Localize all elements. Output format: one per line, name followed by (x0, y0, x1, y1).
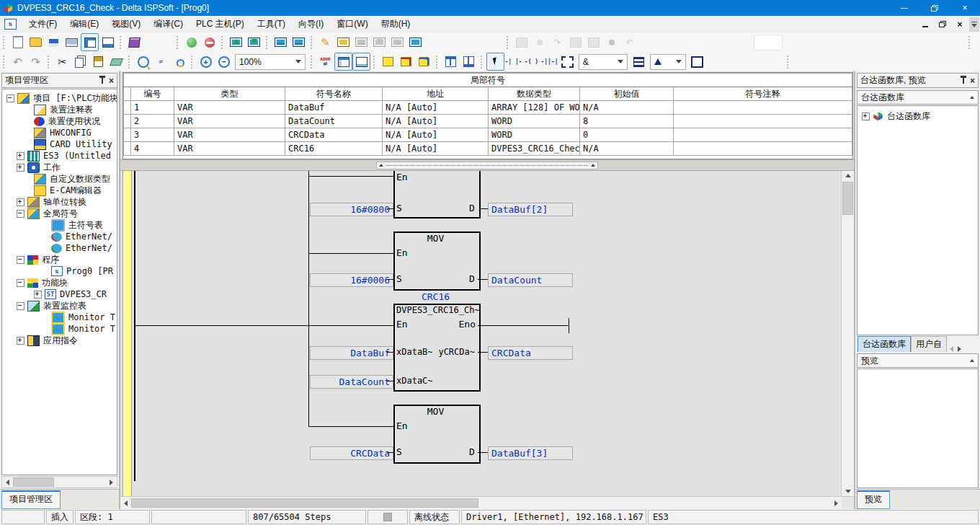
save-button[interactable] (45, 33, 63, 51)
find-button[interactable] (134, 53, 152, 71)
tree-item-hwconfig[interactable]: HWCONFIG (2, 127, 117, 138)
zoom-level-combo[interactable]: 100% (235, 54, 306, 70)
open-file-button[interactable] (27, 33, 45, 51)
tab-scroll-left-icon[interactable] (950, 346, 953, 352)
toolbar-overflow-button[interactable] (969, 17, 979, 32)
upload-button[interactable] (227, 33, 245, 51)
toolbar-grip[interactable] (266, 36, 269, 49)
online-monitor-button[interactable] (272, 33, 290, 51)
menu-window[interactable]: 窗口(W) (330, 16, 374, 32)
scroll-right-arrow[interactable] (831, 498, 842, 508)
insert-network-above-button[interactable] (442, 53, 460, 71)
deactivate-network-button[interactable] (415, 53, 433, 71)
toolbar-grip[interactable] (481, 56, 484, 69)
tree-item-programs[interactable]: 程序 (2, 254, 117, 265)
menu-wizard[interactable]: 向导(I) (292, 16, 330, 32)
device-monitor-button[interactable] (290, 33, 308, 51)
disabled-download-button[interactable] (370, 33, 388, 51)
tree-item-delta-library[interactable]: 台达函数库 (858, 110, 978, 122)
print-button[interactable] (63, 33, 81, 51)
tree-item-ethernet-1[interactable]: EtherNet/ (2, 231, 117, 242)
zoom-in-button[interactable]: + (197, 53, 215, 71)
pc-link-button[interactable] (406, 33, 424, 51)
tree-item-device-usage[interactable]: 装置使用状况 (2, 115, 117, 127)
toolbar-grip[interactable] (3, 56, 6, 69)
tree-item-api[interactable]: 应用指令 (2, 335, 117, 346)
scroll-right-arrow[interactable] (106, 477, 117, 487)
step-out-button[interactable] (584, 33, 602, 51)
menu-view[interactable]: 视图(V) (105, 16, 147, 32)
up-connect-combo[interactable] (650, 54, 686, 70)
replace-button[interactable]: ⇄ (152, 53, 170, 71)
toolbar-grip[interactable] (507, 36, 509, 49)
activate-network-button[interactable] (397, 53, 415, 71)
operand-output[interactable]: DataCount (488, 273, 573, 287)
goto-button[interactable] (170, 53, 188, 71)
tree-item-global-symbols[interactable]: 全局符号 (2, 208, 117, 219)
window-close-button[interactable]: × (950, 0, 980, 16)
edit-button[interactable]: ✎ (316, 33, 334, 51)
toolbar-grip[interactable] (177, 36, 179, 49)
tree-item-main-symbol-table[interactable]: 主符号表 (2, 219, 117, 231)
project-window-toggle[interactable] (81, 33, 99, 51)
tab-user-defined[interactable]: 用户自 (911, 336, 947, 352)
toolbar-grip[interactable] (373, 56, 376, 69)
scroll-up-arrow[interactable] (842, 171, 853, 180)
table-editor-splitter[interactable] (120, 159, 854, 171)
tree-item-ethernet-2[interactable]: EtherNet/ (2, 242, 117, 254)
step-over-button[interactable]: ↷ (548, 33, 566, 51)
scroll-left-arrow[interactable] (120, 498, 131, 508)
menu-compile[interactable]: 编译(C) (147, 16, 190, 32)
tree-item-card-utility[interactable]: CARD Utility (2, 138, 117, 150)
toolbar-grip[interactable] (128, 56, 131, 69)
operand-input[interactable]: CRCData (310, 446, 393, 460)
zoom-out-button[interactable]: − (215, 53, 233, 71)
project-tree-hscrollbar[interactable] (1, 476, 117, 488)
breakpoint-button[interactable] (602, 33, 620, 51)
library-section-bar[interactable]: 台达函数库 (857, 90, 979, 105)
insert-network-below-button[interactable] (460, 53, 478, 71)
tab-scroll-right-icon[interactable] (958, 346, 961, 352)
menu-help[interactable]: 帮助(H) (375, 16, 417, 32)
tree-item-dvpes3-fb[interactable]: STDVPES3_CR (2, 288, 117, 300)
mdi-minimize-button[interactable] (917, 18, 934, 31)
operand-output[interactable]: DataBuf[2] (488, 203, 573, 216)
toolbar-grip[interactable] (48, 56, 50, 69)
select-tool-button[interactable] (486, 53, 504, 71)
toolbar-grip[interactable] (311, 56, 313, 69)
toolbar-grip[interactable] (191, 56, 194, 69)
operand-input[interactable]: 16#0006 (310, 273, 393, 287)
output-window-toggle[interactable] (99, 33, 117, 51)
close-icon[interactable]: × (109, 76, 114, 86)
tab-preview[interactable]: 预览 (857, 490, 890, 509)
disabled-upload-button[interactable] (388, 33, 406, 51)
manual-button[interactable] (125, 33, 143, 51)
instruction-tool-button[interactable] (558, 53, 576, 71)
scroll-thumb[interactable] (131, 498, 478, 508)
function-block-tool-button[interactable] (688, 53, 706, 71)
operand-input[interactable]: DataBuf (310, 346, 393, 360)
tree-item-monitor-1[interactable]: Monitor T (2, 312, 117, 323)
run-button[interactable] (182, 33, 200, 51)
disabled-monitor-button[interactable] (352, 33, 370, 51)
scroll-down-arrow[interactable] (842, 487, 853, 496)
toolbar-grip[interactable] (311, 36, 313, 49)
bookmark-button[interactable] (379, 53, 397, 71)
symbol-table-view-toggle[interactable] (334, 53, 352, 71)
scroll-thumb[interactable] (842, 182, 853, 215)
reset-button[interactable]: ↶ (620, 33, 638, 51)
menu-tools[interactable]: 工具(T) (251, 16, 292, 32)
toolbar-grip[interactable] (787, 56, 790, 69)
operand-output[interactable]: DataBuf[3] (488, 446, 573, 460)
tree-item-function-blocks[interactable]: 功能块 (2, 277, 117, 288)
coil-tool-button[interactable]: -( ) (522, 53, 540, 71)
toolbar-grip[interactable] (120, 36, 122, 49)
toolbar-grip[interactable] (3, 36, 6, 49)
pin-icon[interactable] (963, 78, 964, 84)
menu-plc[interactable]: PLC 主机(P) (190, 16, 251, 32)
online-edit-button[interactable] (334, 33, 352, 51)
address-toggle-button[interactable]: ADDR⇄ (316, 53, 334, 71)
editor-vscrollbar[interactable] (841, 171, 854, 496)
paste-button[interactable] (89, 53, 107, 71)
delete-button[interactable] (107, 53, 125, 71)
